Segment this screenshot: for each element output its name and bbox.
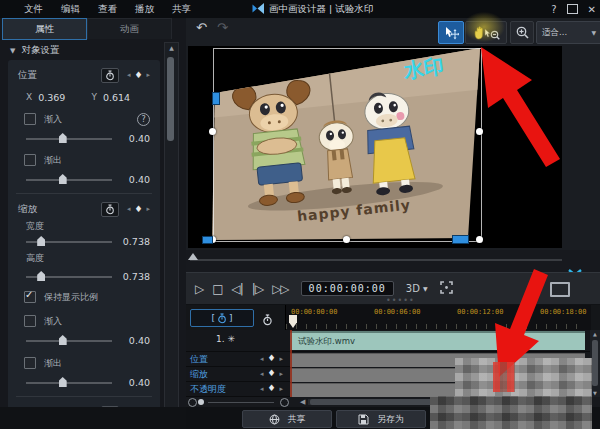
scroll-left-icon[interactable]: ◀ xyxy=(300,398,305,406)
share-globe-icon xyxy=(269,414,280,425)
scale-fade-out-slider[interactable] xyxy=(26,376,112,388)
help-button[interactable]: ? xyxy=(551,4,556,15)
y-value[interactable]: 0.614 xyxy=(103,92,130,103)
rotate-handle-bottom-left[interactable] xyxy=(202,236,213,244)
next-keyframe-icon[interactable]: ▸ xyxy=(146,71,150,79)
next-frame-button[interactable]: |▷ xyxy=(252,282,263,296)
scrubber-track[interactable] xyxy=(190,259,562,261)
keep-ratio-label: 保持显示比例 xyxy=(44,291,98,304)
scale-fade-in-slider[interactable] xyxy=(26,334,112,346)
timeline-ruler[interactable]: 00:00:00:00 00:00:06:00 00:00:12:00 00:0… xyxy=(285,305,591,330)
handle-bottom-right[interactable] xyxy=(476,236,483,243)
prev-keyframe-icon[interactable]: ◂ xyxy=(127,205,131,213)
add-keyframe-icon[interactable]: ♦ xyxy=(268,369,276,378)
keep-ratio-checkbox[interactable] xyxy=(24,291,36,303)
attr-scale-label[interactable]: 缩放 xyxy=(190,368,208,381)
pos-fade-in-slider[interactable] xyxy=(26,132,112,144)
scroll-up-icon[interactable]: ▲ xyxy=(165,44,178,51)
menu-share[interactable]: 共享 xyxy=(172,3,191,16)
width-slider[interactable] xyxy=(26,235,112,247)
tab-attributes[interactable]: 属性 xyxy=(2,18,87,40)
keyframe-mode-button[interactable]: [ ] xyxy=(190,309,254,327)
window-title-group: 画中画设计器 | 试验水印 xyxy=(252,0,373,18)
pos-fade-out-slider[interactable] xyxy=(26,173,112,185)
handle-bottom-center[interactable] xyxy=(343,236,350,243)
add-keyframe-icon[interactable]: ♦ xyxy=(134,205,142,214)
menu-view[interactable]: 查看 xyxy=(98,3,117,16)
select-move-tool-button[interactable] xyxy=(438,21,464,44)
timer-toggle-button[interactable] xyxy=(262,311,273,330)
prev-keyframe-icon[interactable]: ◂ xyxy=(260,370,264,378)
scrubber-marker[interactable] xyxy=(188,253,198,260)
next-keyframe-icon[interactable]: ▸ xyxy=(280,355,284,363)
scale-fade-out-checkbox[interactable] xyxy=(24,357,36,369)
timeline-clip[interactable]: 试验水印.wmv xyxy=(290,331,585,350)
add-keyframe-icon[interactable]: ♦ xyxy=(134,71,142,80)
maximize-button[interactable] xyxy=(567,4,578,14)
scrollbar-thumb[interactable] xyxy=(167,57,174,141)
add-keyframe-icon[interactable]: ♦ xyxy=(268,354,276,363)
splitter-grip[interactable]: ••••• xyxy=(386,299,412,302)
stop-button[interactable]: □ xyxy=(212,282,222,296)
width-label: 宽度 xyxy=(26,220,44,233)
next-keyframe-icon[interactable]: ▸ xyxy=(146,205,150,213)
menu-play[interactable]: 播放 xyxy=(135,3,154,16)
prev-keyframe-icon[interactable]: ◂ xyxy=(260,385,264,393)
next-keyframe-icon[interactable]: ▸ xyxy=(280,385,284,393)
fullscreen-button[interactable] xyxy=(440,281,453,297)
attr-opacity-label[interactable]: 不透明度 xyxy=(190,383,226,396)
attr-position-label[interactable]: 位置 xyxy=(190,353,208,366)
window-controls: ? ✕ xyxy=(551,0,596,18)
share-button[interactable]: 共享 xyxy=(242,410,332,428)
undo-button[interactable]: ↶ xyxy=(196,20,207,35)
handle-mid-right[interactable] xyxy=(476,128,483,135)
tab-animation[interactable]: 动画 xyxy=(87,18,172,39)
fit-dropdown[interactable]: 适合... ▼ xyxy=(536,21,600,44)
rotate-handle-bottom-right[interactable] xyxy=(452,235,469,244)
timeline-zoom-slider-track[interactable] xyxy=(208,402,274,403)
scroll-up-icon[interactable]: ▲ xyxy=(590,331,600,337)
position-keyframe-timer-button[interactable] xyxy=(101,68,119,83)
scrollbar-thumb[interactable] xyxy=(592,340,598,386)
redo-button[interactable]: ↷ xyxy=(217,20,228,35)
play-button[interactable]: ▷ xyxy=(195,282,203,296)
timeline-zoom-slider-thumb[interactable] xyxy=(198,399,204,405)
section-object-settings[interactable]: ▼ 对象设置 xyxy=(10,44,59,57)
next-keyframe-icon[interactable]: ▸ xyxy=(280,370,284,378)
display-monitor-icon[interactable] xyxy=(550,282,570,297)
fast-forward-button[interactable]: ▷▷ xyxy=(272,282,288,296)
prev-keyframe-icon[interactable]: ◂ xyxy=(260,355,264,363)
zoom-in-tool-button[interactable] xyxy=(510,21,534,44)
height-slider[interactable] xyxy=(26,270,112,282)
scale-fade-out-value: 0.40 xyxy=(118,377,150,388)
prev-keyframe-icon[interactable]: ◂ xyxy=(127,71,131,79)
3d-label: 3D xyxy=(406,283,420,294)
mosaic-censor-block xyxy=(455,358,592,397)
rotate-handle-left[interactable] xyxy=(212,92,220,105)
selection-box[interactable] xyxy=(213,48,482,242)
timecode-display[interactable]: 00:00:00:00 xyxy=(301,281,394,296)
menu-edit[interactable]: 编辑 xyxy=(61,3,80,16)
pos-fade-in-checkbox[interactable] xyxy=(24,113,36,125)
bottom-left-strip xyxy=(0,407,186,429)
scale-keyframe-timer-button[interactable] xyxy=(101,202,119,217)
ruler-ticks xyxy=(286,324,586,329)
3d-mode-dropdown[interactable]: 3D ▼ xyxy=(406,283,428,294)
previous-frame-button[interactable]: ◁| xyxy=(232,282,243,296)
handle-mid-left[interactable] xyxy=(209,128,216,135)
ruler-time-2: 00:00:12:00 xyxy=(457,308,503,316)
panel-scrollbar[interactable]: ▲ ▼ xyxy=(164,42,179,416)
scale-fade-in-checkbox[interactable] xyxy=(24,315,36,327)
preview-canvas[interactable]: happy family 水印 xyxy=(188,46,562,248)
zoom-in-icon xyxy=(515,25,530,40)
save-as-button[interactable]: 另存为 xyxy=(336,410,426,428)
help-icon[interactable]: ? xyxy=(137,113,150,126)
menu-file[interactable]: 文件 xyxy=(24,3,43,16)
x-value[interactable]: 0.369 xyxy=(38,92,65,103)
add-keyframe-icon[interactable]: ♦ xyxy=(268,384,276,393)
pan-zoom-out-tool-button[interactable] xyxy=(465,21,507,44)
pos-fade-out-checkbox[interactable] xyxy=(24,154,36,166)
timeline-zoom-in-button[interactable] xyxy=(280,398,289,407)
timeline-zoom-out-button[interactable] xyxy=(188,398,197,407)
close-button[interactable]: ✕ xyxy=(588,4,596,15)
